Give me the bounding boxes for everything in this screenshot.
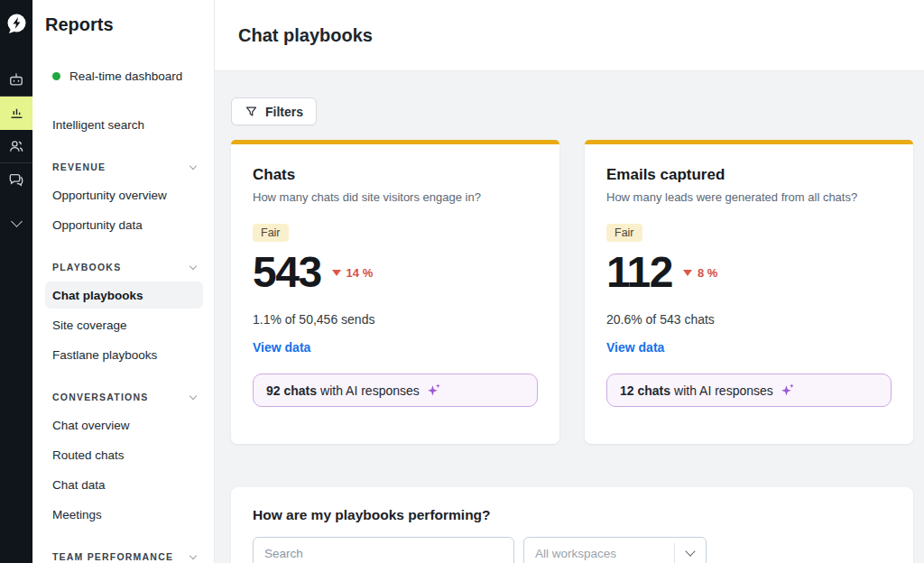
metric-row: 112 8 % [606,251,892,294]
card-title: Emails captured [606,166,892,184]
rating-badge: Fair [253,224,289,242]
sidebar-item-label: Chat overview [52,419,130,432]
metric-context: 20.6% of 543 chats [606,312,892,327]
workspace-select[interactable]: All workspaces [523,537,707,563]
metric-value: 112 [606,251,672,294]
sidebar-item-label: Site coverage [52,318,127,332]
users-icon[interactable] [0,130,32,162]
reports-sidebar: Reports Real-time dashboard Intelligent … [32,0,215,563]
bot-icon[interactable] [0,63,32,96]
metric-delta: 14 % [332,266,374,280]
view-data-link[interactable]: View data [253,340,310,355]
metric-delta: 8 % [683,266,717,280]
delta-percent: 8 % [698,266,717,280]
rail-item-reports-active[interactable] [0,97,32,130]
sidebar-item-label: Meetings [52,508,102,521]
icon-rail [0,0,32,563]
section-label: TEAM PERFORMANCE [52,551,173,562]
section-revenue[interactable]: REVENUE [45,156,203,178]
chevron-down-icon [11,216,23,227]
section-label: CONVERSATIONS [52,392,148,402]
performance-heading: How are my playbooks performing? [253,507,892,523]
delta-percent: 14 % [346,266,374,280]
ai-responses-pill[interactable]: 92 chats with AI responses [253,374,538,407]
qualified-logo[interactable] [0,7,32,40]
main-area: Chat playbooks Filters Chats How many ch… [215,0,924,563]
view-data-link[interactable]: View data [606,340,664,355]
ai-count: 12 chats [620,383,670,398]
sidebar-item-chat-playbooks[interactable]: Chat playbooks [45,282,203,309]
workspace-selected-value: All workspaces [524,547,674,560]
sidebar-item-opportunity-data[interactable]: Opportunity data [45,211,203,238]
ai-responses-pill[interactable]: 12 chats with AI responses [606,374,892,407]
select-chevron-box [675,551,706,555]
chevron-down-icon [189,162,197,169]
sparkles-icon [780,383,795,398]
section-label: REVENUE [52,162,106,172]
sidebar-item-fastlane-playbooks[interactable]: Fastlane playbooks [45,341,203,368]
sidebar-item-label: Chat playbooks [52,289,143,302]
metric-value: 543 [253,251,321,294]
search-input[interactable] [253,537,514,563]
ai-count: 92 chats [266,383,317,398]
bar-chart-icon [8,105,25,122]
sidebar-item-label: Real-time dashboard [69,69,182,83]
sidebar-item-label: Opportunity overview [52,189,167,202]
page-title: Chat playbooks [238,25,373,46]
metric-cards-row: Chats How many chats did site visitors e… [231,140,913,444]
section-conversations[interactable]: CONVERSATIONS [45,386,203,408]
card-body: Emails captured How many leads were gene… [585,144,913,444]
card-body: Chats How many chats did site visitors e… [231,144,559,444]
sidebar-item-intelligent-search[interactable]: Intelligent search [45,111,203,138]
sidebar-item-label: Opportunity data [52,218,143,232]
robot-glyph [7,70,25,88]
ai-text: with AI responses [320,383,420,398]
sidebar-item-opportunity-overview[interactable]: Opportunity overview [45,181,203,208]
card-subtitle: How many chats did site visitors engage … [253,190,538,204]
filters-button[interactable]: Filters [231,97,317,125]
page-header: Chat playbooks [215,0,924,71]
chat-bubbles-glyph [7,171,25,189]
logo-icon [5,12,29,36]
filter-funnel-icon [245,105,258,118]
chevron-down-icon [685,546,695,556]
card-chats: Chats How many chats did site visitors e… [231,140,559,444]
sidebar-item-label: Routed chats [52,448,125,462]
card-emails-captured: Emails captured How many leads were gene… [585,140,913,444]
sidebar-item-chat-overview[interactable]: Chat overview [45,411,203,438]
section-team-performance[interactable]: TEAM PERFORMANCE [45,546,203,563]
section-playbooks[interactable]: PLAYBOOKS [45,256,203,278]
down-triangle-icon [332,270,341,276]
performance-controls: All workspaces [253,537,892,563]
sparkles-icon [426,383,441,398]
rating-badge: Fair [606,224,642,242]
section-label: PLAYBOOKS [52,262,121,272]
green-status-dot [52,72,60,80]
chevron-down-icon [189,262,197,269]
sidebar-item-site-coverage[interactable]: Site coverage [45,311,203,338]
sidebar-item-routed-chats[interactable]: Routed chats [45,441,203,468]
playbooks-performance-card: How are my playbooks performing? All wor… [231,487,913,563]
sidebar-item-chat-data[interactable]: Chat data [45,471,203,498]
sidebar-item-label: Fastlane playbooks [52,348,157,362]
down-triangle-icon [683,270,692,276]
chevron-down-icon [189,392,197,399]
metric-context: 1.1% of 50,456 sends [253,312,538,327]
sidebar-item-meetings[interactable]: Meetings [45,501,203,528]
content-area: Filters Chats How many chats did site vi… [215,71,924,563]
sidebar-title: Reports [45,14,203,35]
people-glyph [7,137,25,155]
card-subtitle: How many leads were generated from all c… [606,190,892,204]
metric-row: 543 14 % [253,251,538,294]
sidebar-item-label: Intelligent search [52,118,144,132]
ai-text: with AI responses [674,383,773,398]
filters-label: Filters [265,105,303,119]
sidebar-item-realtime-dashboard[interactable]: Real-time dashboard [45,62,203,89]
conversations-icon[interactable] [0,163,32,196]
chevron-down-icon [189,551,197,558]
rail-expand-chevron[interactable] [0,207,32,239]
card-title: Chats [253,166,538,184]
sidebar-item-label: Chat data [52,478,106,492]
